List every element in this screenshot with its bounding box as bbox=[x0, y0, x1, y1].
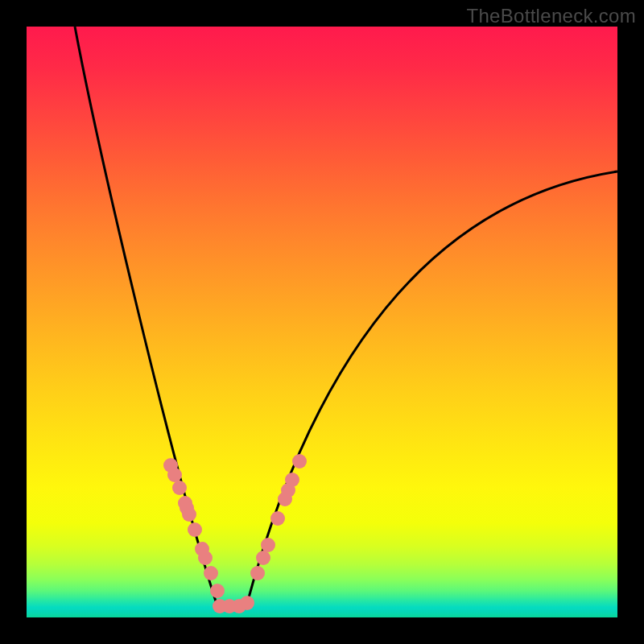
curve-left bbox=[75, 27, 217, 606]
bottleneck-curve-svg bbox=[27, 27, 617, 617]
data-point bbox=[210, 584, 225, 598]
data-point bbox=[285, 473, 299, 487]
chart-frame: TheBottleneck.com bbox=[0, 0, 644, 644]
curve-right bbox=[246, 171, 617, 606]
data-point bbox=[167, 468, 182, 482]
data-point bbox=[172, 481, 187, 495]
data-point bbox=[292, 454, 307, 469]
plot-area bbox=[27, 27, 617, 617]
curve-dots bbox=[163, 454, 307, 613]
watermark-text: TheBottleneck.com bbox=[466, 5, 636, 27]
data-point bbox=[261, 538, 275, 552]
data-point bbox=[188, 522, 202, 537]
data-point bbox=[198, 551, 213, 565]
data-point bbox=[256, 551, 270, 565]
data-point bbox=[182, 507, 196, 522]
data-point bbox=[204, 566, 218, 580]
data-point bbox=[270, 511, 285, 526]
data-point bbox=[250, 566, 265, 580]
data-point bbox=[240, 596, 254, 610]
